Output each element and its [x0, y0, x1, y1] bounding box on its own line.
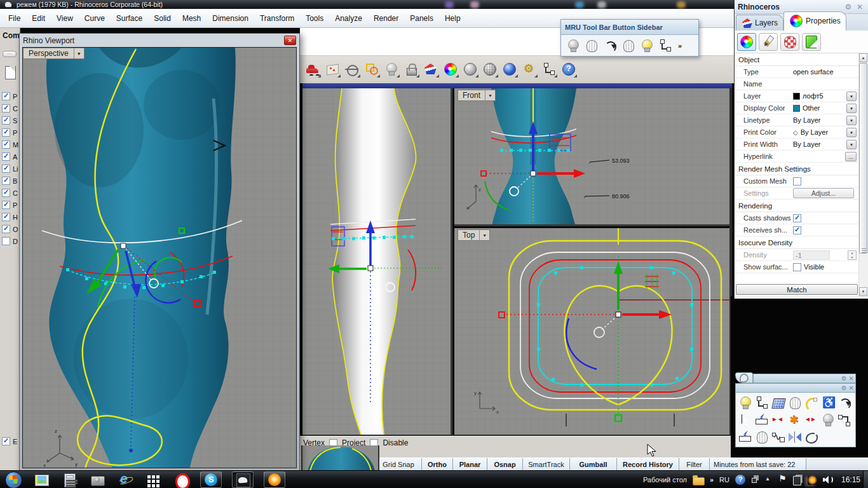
taskbar-skype[interactable] — [200, 471, 222, 488]
checkbox[interactable] — [2, 177, 10, 185]
floating-viewport-window[interactable]: Rhino Viewport ✕ — [19, 33, 300, 471]
folder-icon[interactable] — [693, 475, 704, 484]
spinner-up-icon[interactable]: ▲ — [848, 251, 856, 255]
checkbox[interactable] — [2, 225, 10, 233]
palette-button-polyline[interactable] — [770, 428, 787, 445]
toolbar-button-selection[interactable] — [363, 60, 381, 78]
checkbox[interactable] — [2, 201, 10, 209]
status-pane-grid-snap[interactable]: Grid Snap — [375, 458, 421, 471]
action-center-flag-icon[interactable] — [778, 475, 787, 485]
taskbar-internet-explorer[interactable] — [114, 471, 136, 488]
more-chevron-icon[interactable]: » — [678, 42, 682, 50]
checkbox[interactable] — [2, 237, 10, 245]
palette-button-puzzle-orange[interactable] — [787, 411, 803, 428]
perspective-viewport[interactable]: zxy Perspective ▼ — [22, 47, 297, 468]
toolbar-more-chevron[interactable]: » — [710, 476, 714, 484]
adjust-button[interactable]: Adjust... — [793, 188, 854, 198]
taskbar-start-button[interactable] — [3, 471, 24, 488]
status-pane-record-history[interactable]: Record History — [616, 458, 679, 471]
toolbar-button-car[interactable] — [304, 60, 322, 78]
status-pane-gumball[interactable]: Gumball — [569, 458, 616, 471]
menu-item-view[interactable]: View — [51, 10, 79, 27]
checkbox[interactable] — [2, 140, 10, 149]
toolbar-button-lock[interactable] — [402, 60, 420, 78]
palette-button-mirror-blue[interactable] — [787, 428, 803, 445]
status-pane-smarttrack[interactable]: SmartTrack — [522, 458, 569, 471]
taskbar-acdsee[interactable] — [264, 471, 285, 488]
mru-button-hand[interactable] — [582, 36, 600, 55]
status-pane-filter[interactable]: Filter — [679, 458, 709, 471]
color-swatch[interactable] — [793, 105, 800, 112]
toolbar-button-bulb-gray[interactable] — [383, 60, 400, 78]
mru-button-arc-arrow[interactable] — [600, 36, 619, 55]
menu-item-curve[interactable]: Curve — [79, 10, 111, 27]
palette-button-bulb-yellow[interactable] — [737, 394, 754, 411]
checkbox[interactable] — [2, 165, 10, 173]
palette-button-extend-blue[interactable] — [754, 411, 770, 428]
scroll-down-icon[interactable]: ▼ — [859, 287, 867, 296]
viewport-shaded-side[interactable] — [302, 88, 452, 435]
desktop-toolbar-label[interactable]: Рабочий стол — [643, 476, 687, 484]
checkbox[interactable] — [2, 437, 10, 445]
checkbox[interactable] — [2, 128, 10, 137]
menu-item-panels[interactable]: Panels — [404, 10, 439, 27]
scroll-thumb[interactable] — [859, 63, 867, 254]
viewport-label-perspective[interactable]: Perspective ▼ — [23, 48, 85, 59]
props-toolbar-color-wheel[interactable] — [737, 33, 756, 51]
language-indicator[interactable]: RU — [719, 476, 729, 484]
palette-titlebar[interactable]: ⚙✕ — [753, 374, 856, 383]
toolbar-button-gears[interactable] — [520, 60, 538, 78]
palette-button-red-arrows-out[interactable] — [803, 411, 820, 428]
close-button[interactable]: ✕ — [284, 36, 296, 45]
status-pane-ortho[interactable]: Ortho — [421, 458, 452, 471]
checkbox[interactable] — [2, 213, 10, 221]
grip-handle[interactable]: ⋯ — [3, 51, 17, 57]
show-desktop-button[interactable] — [863, 471, 868, 488]
taskbar-photo-viewer[interactable] — [31, 471, 52, 488]
toolbar-button-map[interactable] — [323, 60, 341, 78]
palette-tab[interactable] — [735, 372, 753, 383]
viewport-top[interactable]: yx Top ▼ — [454, 228, 729, 435]
close-icon[interactable]: ✕ — [855, 3, 865, 11]
dropdown-button[interactable]: ▼ — [846, 128, 857, 137]
chevron-down-icon[interactable]: ▼ — [479, 230, 489, 240]
scroll-up-icon[interactable]: ▲ — [859, 53, 867, 62]
scrollbar[interactable]: ▲ ▼ — [858, 53, 867, 296]
menu-item-transform[interactable]: Transform — [254, 10, 300, 27]
taskbar-rhinoceros[interactable] — [232, 471, 254, 488]
chevron-down-icon[interactable]: ▼ — [485, 90, 495, 100]
menu-item-file[interactable]: File — [3, 10, 26, 27]
palette-button-dimension[interactable] — [754, 394, 770, 411]
color-swatch[interactable] — [793, 93, 800, 100]
menu-item-mesh[interactable]: Mesh — [177, 10, 207, 27]
menu-item-help[interactable]: Help — [439, 10, 466, 27]
mru-button-bulb-yellow[interactable] — [637, 36, 656, 55]
viewport-label-top[interactable]: Top ▼ — [458, 229, 490, 241]
toolbar-button-color-wheel[interactable] — [442, 60, 459, 78]
starburst-icon[interactable] — [808, 475, 817, 485]
checkbox[interactable] — [793, 263, 801, 271]
palette-button-red-arrows-in[interactable] — [770, 411, 787, 428]
match-button[interactable]: Match — [736, 284, 858, 295]
taskbar-snipping-tool[interactable] — [86, 471, 108, 488]
checkbox[interactable] — [2, 116, 10, 125]
checkbox[interactable] — [2, 189, 10, 197]
mru-button-dimension[interactable] — [656, 36, 674, 55]
palette-titlebar[interactable]: ⚙✕ — [735, 383, 856, 393]
dropdown-button[interactable]: ▼ — [846, 104, 857, 113]
checkbox[interactable] — [2, 92, 10, 100]
chevron-down-icon[interactable]: ▼ — [74, 48, 84, 58]
taskbar-opera[interactable] — [170, 471, 192, 488]
gear-icon[interactable]: ⚙ — [841, 384, 847, 391]
toolbar-button-circle[interactable] — [343, 60, 361, 78]
help-icon[interactable] — [735, 475, 746, 485]
viewport-front[interactable]: 53.093 80.906 z Front ▼ — [454, 88, 729, 226]
clock[interactable]: 16:15 — [841, 475, 860, 484]
speaker-icon[interactable] — [823, 475, 833, 484]
dropdown-button[interactable]: ▼ — [846, 116, 857, 125]
close-icon[interactable]: ✕ — [849, 375, 854, 382]
toolbar-button-sphere[interactable] — [461, 60, 479, 78]
show-hidden-icons-icon[interactable] — [765, 476, 773, 484]
toolbar-button-help[interactable] — [560, 60, 578, 78]
menu-item-edit[interactable]: Edit — [26, 10, 51, 27]
